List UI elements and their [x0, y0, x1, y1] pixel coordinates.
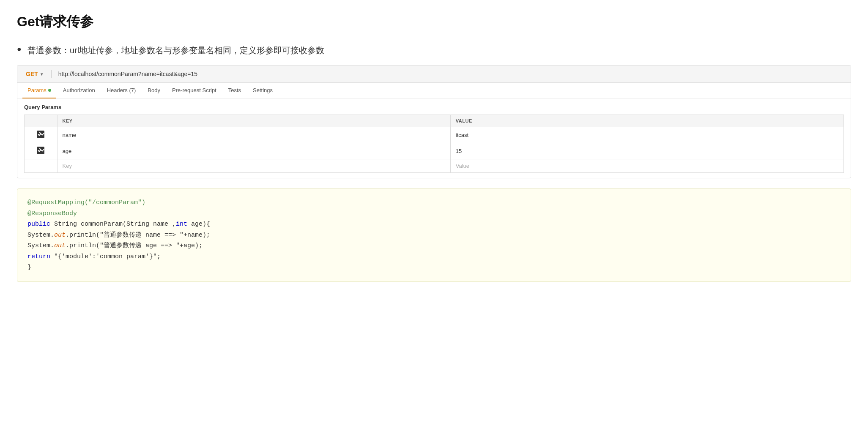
tab-authorization[interactable]: Authorization — [58, 83, 100, 98]
checkbox-cell[interactable] — [25, 159, 58, 173]
col-value-header: VALUE — [450, 115, 843, 127]
tab-settings-label: Settings — [253, 87, 273, 93]
tab-pre-request[interactable]: Pre-request Script — [167, 83, 222, 98]
code-line: System.out.println("普通参数传递 name ==> "+na… — [27, 230, 841, 241]
tab-params-dot — [48, 89, 51, 92]
page-title: Get请求传参 — [17, 13, 851, 31]
tab-headers[interactable]: Headers (7) — [102, 83, 141, 98]
bullet-dot: ● — [17, 45, 22, 54]
code-line: System.out.println("普通参数传递 age ==> "+age… — [27, 240, 841, 251]
checkbox-cell[interactable] — [25, 143, 58, 159]
code-line: } — [27, 262, 841, 273]
bullet-text: 普通参数：url地址传参，地址参数名与形参变量名相同，定义形参即可接收参数 — [27, 44, 324, 57]
tab-tests[interactable]: Tests — [223, 83, 246, 98]
checkbox-checked-icon[interactable] — [37, 131, 44, 138]
request-panel: GET ▾ Params Authorization Headers (7) B… — [17, 65, 851, 178]
params-section: Query Params KEY VALUE nameitcastage15Ke… — [17, 99, 851, 173]
query-params-label: Query Params — [24, 104, 844, 110]
method-chevron-icon: ▾ — [41, 72, 43, 76]
tab-params-label: Params — [27, 87, 47, 93]
param-value: 15 — [450, 143, 843, 159]
code-line: public String commonParam(String name ,i… — [27, 219, 841, 230]
tabs-bar: Params Authorization Headers (7) Body Pr… — [17, 83, 851, 99]
code-line: @ResponseBody — [27, 208, 841, 219]
tab-body[interactable]: Body — [142, 83, 165, 98]
tab-settings[interactable]: Settings — [248, 83, 278, 98]
param-value: Value — [450, 159, 843, 173]
param-key: name — [57, 127, 450, 143]
tab-tests-label: Tests — [228, 87, 241, 93]
url-divider — [51, 70, 52, 78]
param-key: Key — [57, 159, 450, 173]
col-key-header: KEY — [57, 115, 450, 127]
tab-authorization-label: Authorization — [63, 87, 95, 93]
table-row: age15 — [25, 143, 844, 159]
param-key: age — [57, 143, 450, 159]
url-input[interactable] — [57, 69, 846, 79]
tab-params[interactable]: Params — [22, 83, 56, 98]
table-row: nameitcast — [25, 127, 844, 143]
tab-pre-request-label: Pre-request Script — [172, 87, 216, 93]
table-row: KeyValue — [25, 159, 844, 173]
checkbox-cell[interactable] — [25, 127, 58, 143]
code-block: @RequestMapping("/commonParam")@Response… — [17, 188, 851, 282]
param-value: itcast — [450, 127, 843, 143]
method-select[interactable]: GET ▾ — [22, 69, 46, 79]
code-line: return "{'module':'common param'}"; — [27, 251, 841, 262]
bullet-section: ● 普通参数：url地址传参，地址参数名与形参变量名相同，定义形参即可接收参数 — [17, 44, 851, 57]
url-bar: GET ▾ — [17, 66, 851, 83]
col-checkbox — [25, 115, 58, 127]
params-table: KEY VALUE nameitcastage15KeyValue — [24, 115, 844, 173]
method-label: GET — [26, 71, 38, 77]
code-line: @RequestMapping("/commonParam") — [27, 197, 841, 208]
tab-headers-label: Headers (7) — [107, 87, 136, 93]
checkbox-checked-icon[interactable] — [37, 147, 44, 154]
tab-body-label: Body — [148, 87, 160, 93]
